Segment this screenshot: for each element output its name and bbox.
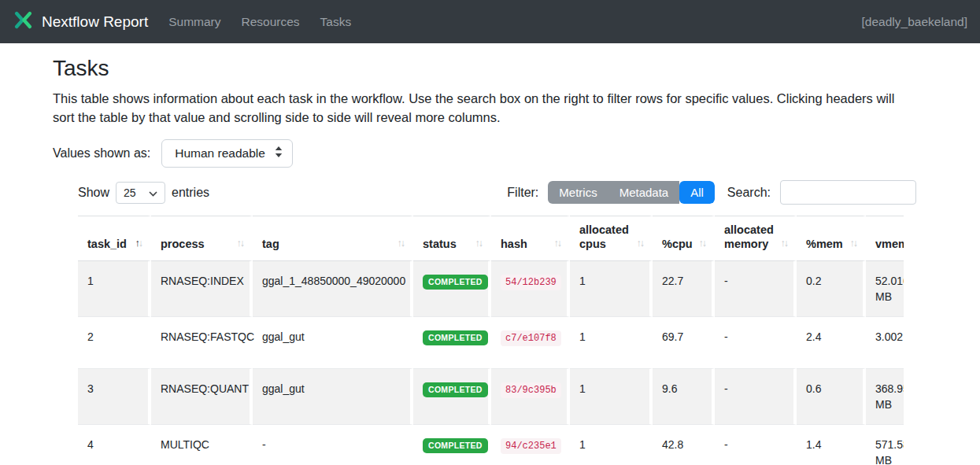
- cell-tag: ggal_gut: [253, 317, 413, 369]
- column-header-tag[interactable]: tag↑↓: [253, 216, 413, 261]
- page-title: Tasks: [53, 56, 927, 81]
- cell-process: MULTIQC: [151, 425, 253, 465]
- tasks-table-clip[interactable]: task_id↑↓process↑↓tag↑↓status↑↓hash↑↓all…: [78, 216, 904, 465]
- cell-process: RNASEQ:FASTQC: [151, 317, 253, 369]
- cell-allocated_memory: -: [715, 369, 797, 425]
- up-down-arrows-icon: [275, 146, 283, 161]
- cell-pct_mem: 2.4: [797, 317, 866, 369]
- filter-button-metadata[interactable]: Metadata: [608, 181, 680, 204]
- page-length-value: 25: [124, 186, 136, 199]
- cell-process: RNASEQ:QUANT: [151, 369, 253, 425]
- column-header-task_id[interactable]: task_id↑↓: [78, 216, 151, 261]
- sort-icon: ↑↓: [554, 236, 561, 250]
- cell-hash: 94/c235e1: [491, 425, 570, 465]
- sort-icon: ↑↓: [699, 236, 706, 250]
- column-header-vmem[interactable]: vmem↑↓: [866, 216, 904, 261]
- tasks-section: Show 25 entries Filter: MetricsMetadataA…: [78, 180, 916, 465]
- column-label: task_id: [87, 238, 127, 250]
- task-hash-code: 83/9c395b: [501, 382, 561, 398]
- status-badge: COMPLETED: [423, 330, 488, 345]
- navbar: Nextflow Report SummaryResourcesTasks [d…: [0, 0, 980, 43]
- navbar-brand[interactable]: Nextflow Report: [13, 9, 148, 35]
- search-input[interactable]: [780, 180, 916, 205]
- column-header-allocated_cpus[interactable]: allocated cpus↑↓: [570, 216, 653, 261]
- table-body: 1RNASEQ:INDEXggal_1_48850000_49020000COM…: [78, 261, 904, 465]
- nav-item-summary[interactable]: Summary: [168, 15, 220, 29]
- cell-tag: ggal_1_48850000_49020000: [253, 261, 413, 317]
- sort-icon: ↑↓: [398, 236, 405, 250]
- cell-status: COMPLETED: [413, 425, 491, 465]
- status-badge: COMPLETED: [423, 438, 488, 453]
- status-badge: COMPLETED: [423, 382, 488, 397]
- filter-label: Filter:: [507, 186, 538, 200]
- sort-icon: ↑↓: [637, 236, 644, 250]
- table-row: 3RNASEQ:QUANTggal_gutCOMPLETED83/9c395b1…: [78, 369, 904, 425]
- cell-tag: ggal_gut: [253, 369, 413, 425]
- column-label: %cpu: [662, 238, 693, 250]
- cell-status: COMPLETED: [413, 261, 491, 317]
- cell-vmem: 368.95 MB: [866, 369, 904, 425]
- sort-icon: ↑↓: [781, 236, 788, 250]
- column-header-hash[interactable]: hash↑↓: [491, 216, 570, 261]
- task-hash-code: c7/e107f8: [501, 330, 561, 346]
- values-shown-value: Human readable: [175, 146, 265, 161]
- table-row: 2RNASEQ:FASTQCggal_gutCOMPLETEDc7/e107f8…: [78, 317, 904, 369]
- cell-allocated_memory: -: [715, 261, 797, 317]
- cell-hash: c7/e107f8: [491, 317, 570, 369]
- sort-icon: ↑↓: [475, 236, 483, 250]
- cell-pct_cpu: 42.8: [653, 425, 715, 465]
- column-label: vmem: [875, 238, 904, 250]
- column-header-process[interactable]: process↑↓: [151, 216, 253, 261]
- main-content: Tasks This table shows information about…: [0, 43, 980, 465]
- cell-allocated_memory: -: [715, 317, 797, 369]
- column-header-status[interactable]: status↑↓: [413, 216, 491, 261]
- cell-task_id: 2: [78, 317, 151, 369]
- column-label: hash: [501, 238, 527, 250]
- nextflow-logo-icon: [13, 9, 34, 35]
- column-label: process: [161, 238, 205, 250]
- column-label: status: [423, 238, 457, 250]
- column-header-pct_mem[interactable]: %mem↑↓: [797, 216, 866, 261]
- search-label: Search:: [727, 186, 771, 200]
- cell-pct_mem: 0.2: [797, 261, 866, 317]
- nav-item-resources[interactable]: Resources: [242, 15, 300, 29]
- nav-links: SummaryResourcesTasks: [168, 15, 351, 29]
- cell-vmem: 571.58 MB: [866, 425, 904, 465]
- nav-item-tasks[interactable]: Tasks: [320, 15, 352, 29]
- column-header-allocated_memory[interactable]: allocated memory↑↓: [715, 216, 797, 261]
- values-shown-select[interactable]: Human readable: [161, 139, 293, 168]
- filter-button-metrics[interactable]: Metrics: [548, 181, 608, 204]
- tasks-table: task_id↑↓process↑↓tag↑↓status↑↓hash↑↓all…: [78, 216, 904, 465]
- filter-button-group: MetricsMetadataAll: [548, 181, 715, 204]
- cell-status: COMPLETED: [413, 317, 491, 369]
- column-label: allocated memory: [724, 223, 774, 250]
- table-row: 4MULTIQC-COMPLETED94/c235e1142.8-1.4571.…: [78, 425, 904, 465]
- page-description: This table shows information about each …: [53, 89, 919, 127]
- filter-button-all[interactable]: All: [679, 181, 715, 204]
- cell-pct_cpu: 22.7: [653, 261, 715, 317]
- cell-task_id: 1: [78, 261, 151, 317]
- values-shown-label: Values shown as:: [53, 146, 150, 161]
- entries-label: entries: [172, 186, 209, 200]
- column-header-pct_cpu[interactable]: %cpu↑↓: [653, 216, 715, 261]
- cell-hash: 54/12b239: [491, 261, 570, 317]
- cell-allocated_cpus: 1: [570, 369, 653, 425]
- header-row: task_id↑↓process↑↓tag↑↓status↑↓hash↑↓all…: [78, 216, 904, 261]
- task-hash-code: 94/c235e1: [501, 438, 561, 454]
- chevron-down-icon: [149, 186, 157, 199]
- cell-vmem: 3.002 GB: [866, 317, 904, 369]
- cell-pct_cpu: 9.6: [653, 369, 715, 425]
- cell-hash: 83/9c395b: [491, 369, 570, 425]
- cell-tag: -: [253, 425, 413, 465]
- column-label: allocated cpus: [579, 223, 629, 250]
- cell-allocated_memory: -: [715, 425, 797, 465]
- sort-icon: ↑↓: [135, 236, 142, 250]
- page-length-select[interactable]: 25: [116, 182, 165, 204]
- cell-vmem: 52.016 MB: [866, 261, 904, 317]
- column-label: tag: [262, 238, 279, 250]
- show-label: Show: [78, 186, 109, 200]
- column-label: %mem: [806, 238, 843, 250]
- cell-task_id: 4: [78, 425, 151, 465]
- sort-icon: ↑↓: [850, 236, 857, 250]
- task-hash-code: 54/12b239: [501, 275, 561, 290]
